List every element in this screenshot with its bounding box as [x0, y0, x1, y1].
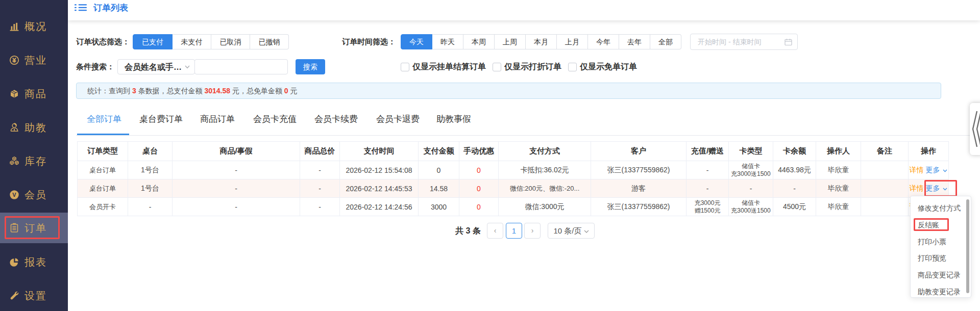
svg-text:V: V [12, 192, 16, 198]
